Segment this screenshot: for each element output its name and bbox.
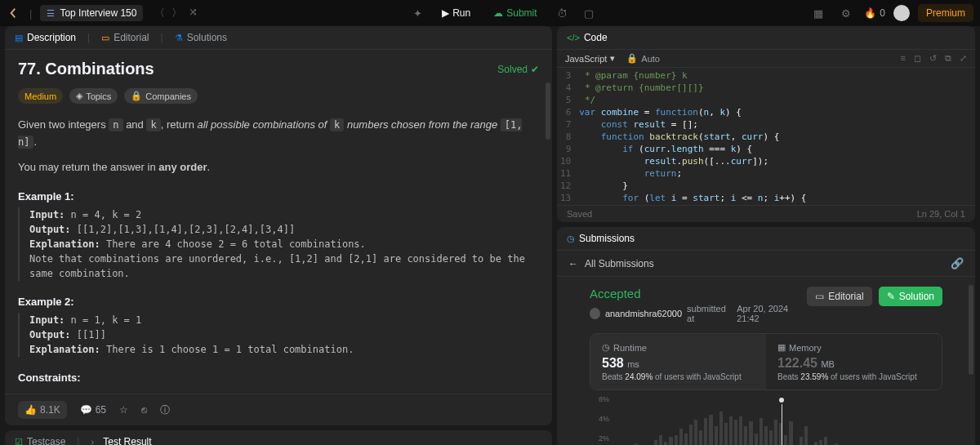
action-bar: 👍 8.1K 💬 65 ☆ ⎋ ⓘ: [5, 394, 552, 425]
tab-description[interactable]: ▤ Description: [15, 32, 76, 43]
comment-icon: 💬: [80, 404, 92, 416]
topics-tag[interactable]: ◈ Topics: [69, 88, 118, 104]
lock-icon: 🔒: [131, 91, 142, 101]
submission-meta: anandmishra62000 submitted at Apr 20, 20…: [590, 304, 807, 323]
link-icon[interactable]: 🔗: [951, 257, 964, 269]
terminal-icon: ›_: [91, 437, 99, 445]
settings-icon[interactable]: ⚙: [836, 4, 856, 23]
tab-submissions[interactable]: ◷ Submissions: [567, 233, 635, 244]
check-circle-icon: ✔: [531, 64, 539, 75]
editorial-button[interactable]: ▭ Editorial: [807, 287, 871, 306]
back-to-all-submissions[interactable]: ← All Submissions: [568, 258, 654, 269]
submissions-panel: ◷ Submissions ← All Submissions 🔗 Accept…: [557, 227, 975, 445]
timer-icon[interactable]: ⏱: [552, 4, 572, 23]
feedback-button[interactable]: ⓘ: [160, 403, 170, 417]
tab-solutions[interactable]: ⚗ Solutions: [175, 32, 227, 43]
example-1-title: Example 1:: [18, 190, 539, 202]
play-icon: ▶: [442, 7, 449, 19]
streak-counter[interactable]: 🔥 0: [864, 7, 885, 19]
prev-problem-icon[interactable]: 〈: [154, 6, 165, 20]
problem-statement: Given two integers n and k, return all p…: [18, 117, 539, 176]
edit-icon: ✎: [887, 291, 895, 302]
next-problem-icon[interactable]: 〉: [172, 6, 182, 20]
language-selector[interactable]: JavaScript ▾: [565, 53, 615, 64]
code-panel: </> Code JavaScript ▾ 🔒 Auto ≡: [557, 26, 975, 222]
debug-icon[interactable]: ✦: [408, 4, 427, 23]
chip-icon: ▦: [777, 342, 786, 353]
user-avatar[interactable]: [893, 5, 910, 21]
example-2-body: Input: n = 1, k = 1 Output: [[1]] Explan…: [18, 313, 539, 357]
runtime-histogram[interactable]: 8%4%2%0% 398ms444ms491ms538ms584ms631ms6…: [590, 395, 942, 445]
tab-test-result[interactable]: ›_ Test Result: [91, 436, 151, 445]
lock-icon: 🔒: [626, 53, 638, 64]
chevron-down-icon: ▾: [610, 53, 615, 64]
document-icon: ▤: [15, 33, 23, 43]
check-box-icon: ☑: [15, 437, 23, 445]
cursor-position: Ln 29, Col 1: [917, 209, 965, 219]
tag-icon: ◈: [76, 91, 82, 101]
code-icon: </>: [567, 33, 580, 42]
favorite-button[interactable]: ☆: [119, 404, 128, 416]
copy-icon[interactable]: ⧉: [945, 53, 951, 64]
testcase-panel: ☑ Testcase | ›_ Test Result Accepted Run…: [5, 430, 552, 445]
layout-icon[interactable]: ▦: [808, 4, 828, 23]
clock-icon: ◷: [602, 342, 610, 353]
fire-icon: 🔥: [864, 7, 876, 19]
book-icon: ▭: [101, 33, 109, 43]
share-button[interactable]: ⎋: [141, 404, 147, 416]
flask-icon: ⚗: [175, 33, 183, 43]
solution-button[interactable]: ✎ Solution: [879, 287, 942, 306]
clock-icon: ◷: [567, 234, 575, 244]
star-icon: ☆: [119, 404, 128, 416]
scrollbar[interactable]: [546, 82, 550, 140]
arrow-left-icon: ←: [568, 258, 578, 269]
runtime-metric[interactable]: ◷Runtime 538 ms Beats 24.09% of users wi…: [590, 334, 766, 389]
submit-button[interactable]: ☁ Submit: [485, 4, 545, 23]
constraints-title: Constraints:: [18, 372, 539, 384]
study-plan-name: Top Interview 150: [60, 7, 136, 19]
comments-button[interactable]: 💬 65: [80, 404, 106, 416]
run-button[interactable]: ▶ Run: [434, 4, 479, 23]
bookmark-icon[interactable]: ◻: [914, 53, 921, 64]
difficulty-tag[interactable]: Medium: [18, 88, 63, 104]
problem-title: 77. Combinations: [18, 60, 154, 78]
submission-time: Apr 20, 2024 21:42: [737, 304, 807, 323]
solved-badge: Solved ✔: [497, 64, 539, 75]
tab-testcase[interactable]: ☑ Testcase: [15, 436, 65, 445]
submission-author[interactable]: anandmishra62000: [605, 309, 682, 318]
divider: |: [29, 7, 32, 20]
code-editor[interactable]: 345678910111213141516171819 * @param {nu…: [557, 68, 975, 205]
tab-code[interactable]: </> Code: [567, 32, 608, 43]
companies-tag[interactable]: 🔒 Companies: [124, 88, 198, 104]
question-icon: ⓘ: [160, 403, 170, 417]
study-plan-chip[interactable]: ☰ Top Interview 150: [40, 5, 143, 21]
memory-metric[interactable]: ▦Memory 122.45 MB Beats 23.59% of users …: [766, 334, 942, 389]
notes-icon[interactable]: ▢: [579, 4, 599, 23]
description-panel: ▤ Description | ▭ Editorial | ⚗ Solution…: [5, 26, 552, 425]
user-avatar-small: [590, 308, 600, 319]
share-icon: ⎋: [141, 404, 147, 416]
tab-editorial[interactable]: ▭ Editorial: [101, 32, 149, 43]
save-status: Saved: [567, 209, 592, 219]
shuffle-icon[interactable]: ⤨: [189, 6, 198, 20]
submission-status: Accepted: [590, 287, 807, 300]
format-icon[interactable]: ≡: [901, 53, 906, 64]
thumbs-up-icon: 👍: [24, 404, 37, 416]
list-icon: ☰: [47, 8, 55, 19]
book-icon: ▭: [815, 291, 824, 302]
example-2-title: Example 2:: [18, 296, 539, 308]
scrollbar[interactable]: [969, 285, 973, 375]
autocomplete-indicator[interactable]: 🔒 Auto: [626, 53, 660, 64]
topbar: | ☰ Top Interview 150 〈 〉 ⤨ ✦ ▶ Run ☁ Su…: [0, 0, 980, 26]
cloud-upload-icon: ☁: [493, 7, 503, 19]
premium-button[interactable]: Premium: [918, 4, 973, 22]
fullscreen-icon[interactable]: ⤢: [960, 53, 967, 64]
reset-icon[interactable]: ↺: [929, 53, 937, 64]
example-1-body: Input: n = 4, k = 2 Output: [[1,2],[1,3]…: [18, 207, 539, 281]
leetcode-logo[interactable]: [7, 6, 21, 20]
like-button[interactable]: 👍 8.1K: [18, 401, 67, 419]
